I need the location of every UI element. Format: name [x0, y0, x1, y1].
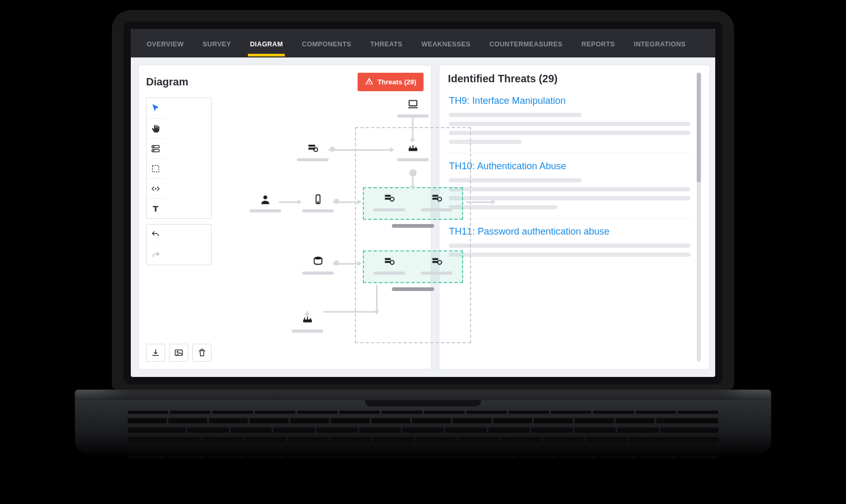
threat-item[interactable]: TH9: Interface Manipulation — [448, 88, 691, 153]
app-screen: OVERVIEW SURVEY DIAGRAM COMPONENTS THREA… — [131, 29, 715, 377]
image-button[interactable] — [169, 344, 188, 362]
svg-point-25 — [390, 260, 394, 264]
tab-survey[interactable]: SURVEY — [195, 31, 238, 55]
placeholder-line — [449, 196, 690, 200]
svg-point-7 — [177, 351, 178, 352]
tab-threats[interactable]: THREATS — [363, 31, 410, 55]
diagram-canvas[interactable] — [218, 98, 424, 362]
tab-reports[interactable]: REPORTS — [574, 31, 622, 55]
redo-button[interactable] — [147, 245, 165, 265]
connector-dot — [334, 199, 339, 204]
svg-point-13 — [263, 196, 267, 199]
connector-dot — [409, 169, 417, 177]
svg-rect-12 — [409, 148, 418, 151]
arrow — [279, 201, 298, 203]
tab-countermeasures[interactable]: COUNTERMEASURES — [482, 31, 570, 55]
bottom-actions — [146, 344, 211, 362]
placeholder-line — [449, 113, 582, 117]
threat-title: TH9: Interface Manipulation — [449, 95, 690, 106]
placeholder-line — [449, 244, 690, 248]
arrow — [323, 311, 376, 313]
svg-rect-4 — [152, 166, 159, 172]
top-nav: OVERVIEW SURVEY DIAGRAM COMPONENTS THREA… — [131, 29, 715, 57]
arrow — [329, 149, 391, 151]
connector-dot — [330, 147, 335, 152]
svg-rect-16 — [385, 195, 391, 197]
tool-column — [146, 98, 211, 362]
db-server-node-2[interactable] — [421, 256, 453, 275]
database-node[interactable] — [302, 256, 334, 275]
svg-rect-8 — [409, 101, 417, 106]
placeholder-line — [449, 122, 690, 126]
tab-overview[interactable]: OVERVIEW — [139, 31, 191, 55]
threats-panel-title: Identified Threats (29) — [448, 73, 691, 85]
svg-point-2 — [153, 146, 155, 147]
placeholder-line — [449, 187, 690, 191]
app-server-node-2[interactable] — [421, 192, 453, 211]
threat-title: TH11: Password authentication abuse — [449, 226, 690, 237]
marquee-tool[interactable] — [147, 158, 165, 178]
arrow — [376, 285, 378, 311]
tab-integrations[interactable]: INTEGRATIONS — [627, 31, 693, 55]
user-node[interactable] — [249, 193, 281, 212]
pointer-tool[interactable] — [147, 98, 165, 118]
db-server-node-1[interactable] — [373, 256, 405, 275]
screen-bezel: OVERVIEW SURVEY DIAGRAM COMPONENTS THREA… — [123, 22, 723, 384]
mobile-node[interactable] — [302, 193, 334, 212]
threat-title: TH10: Authentication Abuse — [449, 161, 690, 172]
tab-weaknesses[interactable]: WEAKNESSES — [414, 31, 478, 55]
threats-button[interactable]: Threats (29) — [358, 73, 424, 91]
arrow — [466, 201, 492, 203]
svg-point-22 — [314, 257, 322, 260]
download-button[interactable] — [146, 344, 165, 362]
svg-rect-6 — [175, 350, 182, 356]
pan-tool[interactable] — [147, 118, 165, 138]
text-tool[interactable] — [147, 198, 165, 218]
diagram-panel: Diagram Threats (29) — [138, 65, 431, 370]
svg-point-21 — [438, 197, 441, 201]
editor-area — [146, 98, 424, 362]
undo-button[interactable] — [147, 225, 165, 245]
scrollbar-thumb[interactable] — [697, 73, 701, 182]
svg-rect-26 — [432, 258, 438, 260]
tool-group-history — [146, 224, 211, 265]
diagram-header: Diagram Threats (29) — [146, 73, 424, 91]
laptop-lid: OVERVIEW SURVEY DIAGRAM COMPONENTS THREA… — [112, 10, 734, 390]
main-body: Diagram Threats (29) — [131, 57, 715, 377]
threats-button-label: Threats (29) — [378, 78, 417, 86]
scrollbar[interactable] — [697, 73, 701, 362]
server-tool[interactable] — [147, 138, 165, 158]
placeholder-line — [449, 253, 690, 257]
laptop-node[interactable] — [397, 99, 429, 118]
svg-rect-9 — [309, 145, 315, 147]
laptop-keyboard — [75, 400, 771, 458]
web-server-node[interactable] — [297, 142, 329, 161]
threat-item[interactable]: TH11: Password authentication abuse — [448, 219, 691, 266]
db-tier-label — [392, 287, 434, 291]
router-node-top[interactable] — [397, 142, 429, 161]
connector-dot — [334, 260, 339, 266]
laptop-hinge — [75, 390, 771, 400]
svg-rect-23 — [385, 258, 391, 260]
svg-point-15 — [318, 202, 319, 203]
diagram-title: Diagram — [146, 76, 188, 88]
arrow — [412, 177, 414, 186]
threat-item[interactable]: TH10: Authentication Abuse — [448, 153, 691, 219]
tab-components[interactable]: COMPONENTS — [294, 31, 359, 55]
svg-rect-29 — [303, 319, 312, 323]
tab-diagram[interactable]: DIAGRAM — [243, 31, 291, 55]
svg-point-28 — [438, 260, 441, 264]
svg-point-18 — [390, 197, 394, 201]
svg-point-3 — [153, 150, 155, 151]
warning-icon — [365, 77, 373, 87]
placeholder-line — [449, 131, 690, 135]
arrow — [412, 115, 414, 139]
app-server-node-1[interactable] — [373, 192, 405, 211]
tool-group-main — [146, 98, 211, 219]
svg-rect-19 — [432, 195, 438, 197]
embed-tool[interactable] — [147, 178, 165, 198]
laptop-mockup: OVERVIEW SURVEY DIAGRAM COMPONENTS THREA… — [75, 10, 771, 458]
svg-point-5 — [155, 188, 156, 189]
delete-button[interactable] — [193, 344, 211, 362]
app-tier-label — [392, 224, 434, 228]
